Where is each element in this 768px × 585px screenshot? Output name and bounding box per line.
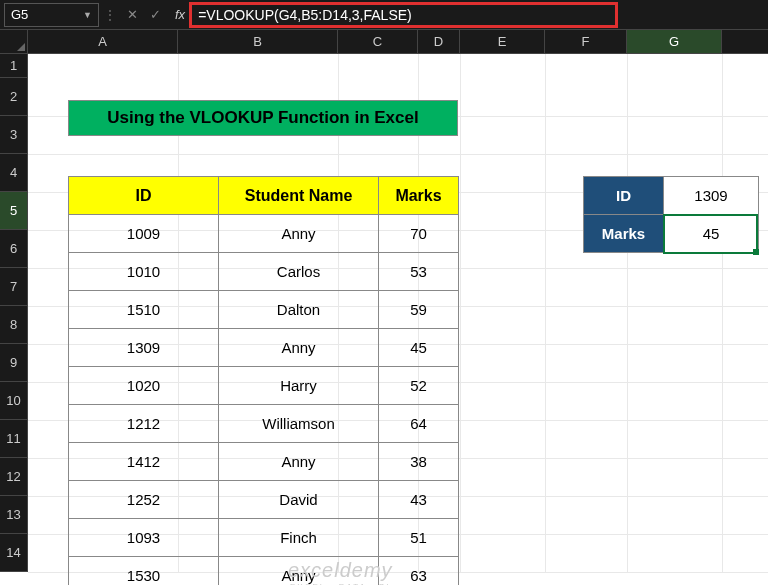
- row-header-10[interactable]: 10: [0, 382, 28, 420]
- table-row: 1510Dalton59: [69, 291, 459, 329]
- table-row: 1020Harry52: [69, 367, 459, 405]
- column-headers: ABCDEFG: [0, 30, 768, 54]
- formula-text: =VLOOKUP(G4,B5:D14,3,FALSE): [198, 7, 412, 23]
- table-row: 1093Finch51: [69, 519, 459, 557]
- cell-name[interactable]: Harry: [219, 367, 379, 405]
- cell-id[interactable]: 1252: [69, 481, 219, 519]
- fx-icon[interactable]: fx: [175, 7, 185, 22]
- header-name[interactable]: Student Name: [219, 177, 379, 215]
- table-body: 1009Anny701010Carlos531510Dalton591309An…: [69, 215, 459, 586]
- table-row: 1212Williamson64: [69, 405, 459, 443]
- header-id[interactable]: ID: [69, 177, 219, 215]
- header-marks[interactable]: Marks: [379, 177, 459, 215]
- table-header-row: ID Student Name Marks: [69, 177, 459, 215]
- lookup-marks-label[interactable]: Marks: [584, 215, 664, 253]
- row-header-12[interactable]: 12: [0, 458, 28, 496]
- cell-marks[interactable]: 51: [379, 519, 459, 557]
- cell-marks[interactable]: 43: [379, 481, 459, 519]
- row-header-11[interactable]: 11: [0, 420, 28, 458]
- cell-id[interactable]: 1510: [69, 291, 219, 329]
- lookup-marks-row: Marks 45: [584, 215, 759, 253]
- cell-marks[interactable]: 52: [379, 367, 459, 405]
- row-header-13[interactable]: 13: [0, 496, 28, 534]
- cell-marks[interactable]: 59: [379, 291, 459, 329]
- cell-name[interactable]: Williamson: [219, 405, 379, 443]
- row-header-2[interactable]: 2: [0, 78, 28, 116]
- lookup-id-label[interactable]: ID: [584, 177, 664, 215]
- cell-marks[interactable]: 38: [379, 443, 459, 481]
- table-row: 1009Anny70: [69, 215, 459, 253]
- cell-name[interactable]: Finch: [219, 519, 379, 557]
- cell-id[interactable]: 1009: [69, 215, 219, 253]
- cell-name[interactable]: Dalton: [219, 291, 379, 329]
- name-box-value: G5: [11, 7, 28, 22]
- confirm-icon[interactable]: ✓: [150, 7, 161, 22]
- cell-name[interactable]: Carlos: [219, 253, 379, 291]
- table-row: 1010Carlos53: [69, 253, 459, 291]
- cell-marks[interactable]: 63: [379, 557, 459, 586]
- cell-id[interactable]: 1093: [69, 519, 219, 557]
- lookup-marks-value[interactable]: 45: [664, 215, 759, 253]
- name-box[interactable]: G5 ▼: [4, 3, 99, 27]
- lookup-id-row: ID 1309: [584, 177, 759, 215]
- col-header-C[interactable]: C: [338, 30, 418, 53]
- cell-name[interactable]: Anny: [219, 329, 379, 367]
- cell-marks[interactable]: 45: [379, 329, 459, 367]
- row-header-1[interactable]: 1: [0, 54, 28, 78]
- row-header-6[interactable]: 6: [0, 230, 28, 268]
- cell-name[interactable]: Anny: [219, 443, 379, 481]
- row-header-3[interactable]: 3: [0, 116, 28, 154]
- title-text: Using the VLOOKUP Function in Excel: [107, 108, 418, 128]
- col-header-G[interactable]: G: [627, 30, 722, 53]
- cell-marks[interactable]: 53: [379, 253, 459, 291]
- cell-id[interactable]: 1020: [69, 367, 219, 405]
- cancel-icon[interactable]: ✕: [127, 7, 138, 22]
- cell-marks[interactable]: 64: [379, 405, 459, 443]
- data-table: ID Student Name Marks 1009Anny701010Carl…: [68, 176, 459, 585]
- row-header-7[interactable]: 7: [0, 268, 28, 306]
- col-header-D[interactable]: D: [418, 30, 460, 53]
- cell-id[interactable]: 1212: [69, 405, 219, 443]
- table-row: 1309Anny45: [69, 329, 459, 367]
- spreadsheet-grid[interactable]: Using the VLOOKUP Function in Excel ID S…: [28, 54, 768, 572]
- cell-name[interactable]: Anny: [219, 557, 379, 586]
- formula-bar: G5 ▼ ⋮ ✕ ✓ fx =VLOOKUP(G4,B5:D14,3,FALSE…: [0, 0, 768, 30]
- row-header-8[interactable]: 8: [0, 306, 28, 344]
- cell-marks[interactable]: 70: [379, 215, 459, 253]
- page-title: Using the VLOOKUP Function in Excel: [68, 100, 458, 136]
- chevron-down-icon[interactable]: ▼: [83, 10, 92, 20]
- row-header-5[interactable]: 5: [0, 192, 28, 230]
- cell-name[interactable]: David: [219, 481, 379, 519]
- divider: ⋮: [103, 7, 117, 23]
- row-headers: 1234567891011121314: [0, 54, 28, 572]
- lookup-table: ID 1309 Marks 45: [583, 176, 759, 253]
- col-header-F[interactable]: F: [545, 30, 627, 53]
- select-all-corner[interactable]: [0, 30, 28, 53]
- cell-name[interactable]: Anny: [219, 215, 379, 253]
- row-header-9[interactable]: 9: [0, 344, 28, 382]
- cell-id[interactable]: 1530: [69, 557, 219, 586]
- lookup-id-value[interactable]: 1309: [664, 177, 759, 215]
- table-row: 1412Anny38: [69, 443, 459, 481]
- cell-id[interactable]: 1412: [69, 443, 219, 481]
- cell-id[interactable]: 1309: [69, 329, 219, 367]
- table-row: 1252David43: [69, 481, 459, 519]
- col-header-A[interactable]: A: [28, 30, 178, 53]
- cell-id[interactable]: 1010: [69, 253, 219, 291]
- table-row: 1530Anny63: [69, 557, 459, 586]
- row-header-4[interactable]: 4: [0, 154, 28, 192]
- formula-input[interactable]: =VLOOKUP(G4,B5:D14,3,FALSE): [189, 2, 618, 28]
- row-header-14[interactable]: 14: [0, 534, 28, 572]
- col-header-B[interactable]: B: [178, 30, 338, 53]
- col-header-E[interactable]: E: [460, 30, 545, 53]
